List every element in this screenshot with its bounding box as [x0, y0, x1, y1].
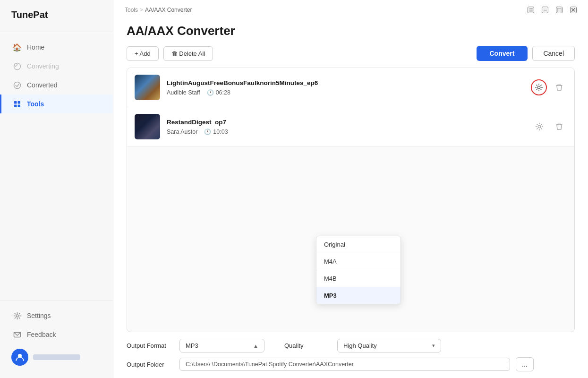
svg-rect-3	[14, 101, 17, 104]
file-actions-1	[531, 79, 567, 95]
output-folder-input[interactable]: C:\Users\ \Documents\TunePat Spotify Con…	[179, 358, 510, 371]
title-bar: Tools > AA/AAX Converter ≡ − □ ✕	[113, 0, 588, 18]
output-format-label: Output Format	[127, 342, 174, 349]
svg-rect-6	[17, 104, 20, 107]
sidebar-item-label-feedback: Feedback	[27, 331, 56, 338]
file-meta-1: Audible Staff 🕐 06:28	[167, 89, 524, 96]
dropdown-item-m4b[interactable]: M4B	[316, 270, 401, 287]
quality-label: Quality	[284, 342, 332, 349]
main-content: Tools > AA/AAX Converter ≡ − □ ✕ AA/AAX …	[113, 0, 588, 378]
cancel-button[interactable]: Cancel	[532, 46, 575, 61]
file-duration-value-2: 10:03	[213, 129, 228, 135]
svg-rect-4	[17, 101, 20, 104]
breadcrumb: Tools > AA/AAX Converter	[125, 7, 192, 13]
file-duration-1: 🕐 06:28	[207, 89, 230, 96]
delete-all-button[interactable]: 🗑 Delete All	[163, 46, 213, 61]
sidebar-item-converted[interactable]: Converted	[0, 76, 113, 94]
svg-point-10	[537, 86, 540, 89]
settings-gear-button-2[interactable]	[532, 119, 547, 134]
window-controls: ≡ − □ ✕	[528, 7, 577, 13]
avatar[interactable]	[11, 349, 28, 366]
sidebar-item-label-converting: Converting	[27, 62, 59, 70]
sidebar-item-label-home: Home	[27, 43, 44, 51]
delete-button-2[interactable]	[552, 119, 567, 134]
table-row: LightinAugustFreeBonusFaulknorin5Minutes…	[127, 68, 574, 107]
settings-icon	[13, 311, 21, 320]
toolbar: + Add 🗑 Delete All Convert Cancel	[113, 46, 588, 68]
dropdown-item-mp3[interactable]: MP3	[316, 287, 401, 304]
output-folder-value: C:\Users\ \Documents\TunePat Spotify Con…	[186, 361, 354, 368]
converting-icon	[13, 62, 21, 70]
browse-button[interactable]: ...	[516, 357, 534, 371]
converted-icon	[13, 81, 21, 89]
output-folder-label: Output Folder	[127, 361, 174, 368]
chevron-up-icon: ▲	[253, 343, 258, 349]
file-title-2: RestandDigest_op7	[167, 119, 525, 126]
file-list-area: LightinAugustFreeBonusFaulknorin5Minutes…	[127, 68, 575, 332]
file-info-2: RestandDigest_op7 Sara Austor 🕐 10:03	[167, 119, 525, 135]
sidebar-item-settings[interactable]: Settings	[0, 306, 113, 325]
breadcrumb-separator: >	[140, 7, 143, 13]
output-format-value: MP3	[186, 342, 198, 349]
tools-icon	[13, 100, 21, 108]
quality-select[interactable]: High Quality ▾	[337, 339, 441, 352]
file-author-2: Sara Austor	[167, 129, 197, 135]
clock-icon-2: 🕐	[204, 129, 211, 135]
file-duration-value-1: 06:28	[216, 89, 230, 96]
svg-point-11	[538, 125, 541, 128]
chevron-down-icon: ▾	[432, 343, 435, 349]
page-title: AA/AAX Converter	[113, 18, 588, 46]
file-thumbnail-1	[135, 75, 160, 100]
add-button[interactable]: + Add	[127, 46, 159, 61]
clock-icon-1: 🕐	[207, 89, 214, 96]
sidebar-item-tools[interactable]: Tools	[0, 94, 113, 113]
file-meta-2: Sara Austor 🕐 10:03	[167, 129, 525, 135]
sidebar-nav: 🏠 Home Converting Converted	[0, 32, 113, 300]
sidebar-item-home[interactable]: 🏠 Home	[0, 38, 113, 57]
breadcrumb-current: AA/AAX Converter	[145, 7, 192, 13]
svg-marker-1	[16, 65, 17, 67]
sidebar-bottom: Settings Feedback	[0, 300, 113, 378]
sidebar: TunePat 🏠 Home Converting Co	[0, 0, 113, 378]
feedback-icon	[13, 330, 21, 339]
close-button[interactable]: ✕	[570, 7, 577, 13]
file-thumbnail-2	[135, 114, 160, 139]
file-actions-2	[532, 119, 567, 134]
file-duration-2: 🕐 10:03	[204, 129, 228, 135]
sidebar-item-feedback[interactable]: Feedback	[0, 325, 113, 344]
output-format-select[interactable]: MP3 ▲	[179, 339, 264, 352]
dropdown-item-original[interactable]: Original	[316, 236, 401, 253]
sidebar-item-label-tools: Tools	[27, 100, 44, 108]
toolbar-right: Convert Cancel	[477, 46, 575, 61]
svg-point-2	[14, 82, 20, 88]
quality-value: High Quality	[343, 342, 377, 349]
output-folder-row: Output Folder C:\Users\ \Documents\TuneP…	[127, 357, 575, 371]
dropdown-item-m4a[interactable]: M4A	[316, 253, 401, 270]
settings-gear-button-1[interactable]	[531, 79, 547, 95]
table-row: RestandDigest_op7 Sara Austor 🕐 10:03	[127, 107, 574, 146]
output-format-row: Output Format MP3 ▲ Quality High Quality…	[127, 339, 575, 352]
menu-button[interactable]: ≡	[528, 7, 534, 13]
avatar-name	[33, 354, 80, 360]
bottom-settings: Output Format MP3 ▲ Quality High Quality…	[113, 332, 588, 378]
sidebar-item-label-converted: Converted	[27, 81, 58, 89]
sidebar-item-converting[interactable]: Converting	[0, 57, 113, 76]
svg-point-7	[16, 315, 18, 317]
delete-button-1[interactable]	[552, 80, 567, 95]
breadcrumb-parent: Tools	[125, 7, 138, 13]
sidebar-item-label-settings: Settings	[27, 312, 51, 319]
convert-button[interactable]: Convert	[477, 46, 528, 61]
svg-rect-5	[14, 104, 17, 107]
maximize-button[interactable]: □	[556, 7, 562, 13]
file-title-1: LightinAugustFreeBonusFaulknorin5Minutes…	[167, 79, 524, 86]
app-logo: TunePat	[0, 0, 113, 32]
file-author-1: Audible Staff	[167, 89, 200, 96]
file-info-1: LightinAugustFreeBonusFaulknorin5Minutes…	[167, 79, 524, 96]
format-dropdown-popup: Original M4A M4B MP3	[316, 236, 401, 304]
minimize-button[interactable]: −	[542, 7, 548, 13]
home-icon: 🏠	[13, 43, 21, 52]
avatar-section	[0, 344, 113, 370]
